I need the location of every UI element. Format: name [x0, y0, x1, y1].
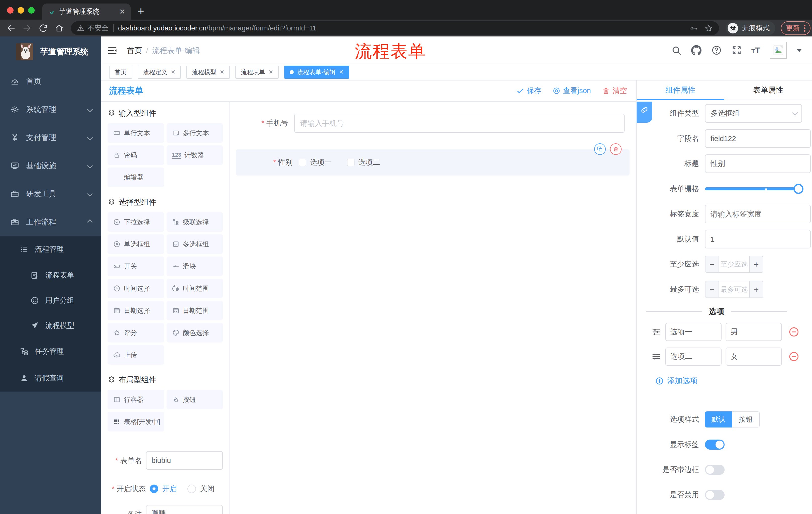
tab-component-props[interactable]: 组件属性: [637, 80, 724, 100]
font-size-icon[interactable]: TT: [751, 46, 760, 55]
form-canvas[interactable]: 手机号 性别 选项一 选项二: [230, 102, 636, 514]
forward-icon[interactable]: [22, 23, 32, 33]
phone-input[interactable]: [294, 114, 625, 133]
border-toggle[interactable]: [705, 465, 725, 475]
tab-close-icon[interactable]: ✕: [171, 69, 175, 76]
browser-menu-icon[interactable]: [804, 25, 806, 32]
palette-item-date-range[interactable]: 日期范围: [167, 301, 223, 320]
clear-button[interactable]: 清空: [602, 86, 627, 96]
checkbox[interactable]: [299, 159, 306, 166]
canvas-field-phone[interactable]: 手机号: [230, 114, 636, 133]
password-key-icon[interactable]: [689, 24, 698, 32]
status-off-radio[interactable]: [187, 485, 196, 493]
drag-handle-icon[interactable]: [651, 352, 661, 361]
status-on-label[interactable]: 开启: [162, 484, 177, 494]
tab-close-icon[interactable]: ✕: [119, 7, 125, 16]
github-icon[interactable]: [691, 45, 702, 56]
palette-item-table[interactable]: 表格[开发中]: [108, 412, 164, 432]
stepper-increase-button[interactable]: +: [749, 281, 763, 297]
breadcrumb-home[interactable]: 首页: [127, 46, 142, 56]
reload-icon[interactable]: [38, 23, 48, 33]
form-grid-slider[interactable]: [705, 180, 802, 198]
title-input[interactable]: [705, 154, 811, 173]
route-tab-process-model[interactable]: 流程模型✕: [186, 65, 230, 79]
slider-track[interactable]: [705, 187, 802, 190]
tab-form-props[interactable]: 表单属性: [724, 80, 812, 100]
min-select-stepper[interactable]: − +: [705, 256, 763, 273]
drag-handle-icon[interactable]: [651, 327, 661, 337]
palette-item-editor[interactable]: 编辑器: [108, 167, 164, 187]
new-tab-button[interactable]: +: [138, 5, 144, 17]
form-remark-textarea[interactable]: 嘿嘿: [146, 505, 223, 514]
search-icon[interactable]: [671, 45, 682, 56]
style-default-button[interactable]: 默认: [705, 411, 732, 428]
duplicate-component-button[interactable]: [594, 143, 606, 155]
stepper-decrease-button[interactable]: −: [705, 256, 719, 272]
sidebar-logo[interactable]: 芋道管理系统: [0, 36, 101, 67]
disabled-toggle[interactable]: [705, 490, 725, 500]
max-select-input[interactable]: [719, 281, 749, 297]
avatar-dropdown-icon[interactable]: [796, 49, 802, 52]
sidebar-item-process-management[interactable]: 流程管理: [0, 236, 101, 263]
route-tab-process-form-edit[interactable]: 流程表单-编辑✕: [284, 65, 349, 79]
option-label-input[interactable]: [665, 348, 722, 366]
palette-item-select[interactable]: 下拉选择: [108, 212, 164, 232]
address-bar[interactable]: 不安全 dashboard.yudao.iocoder.cn/bpm/manag…: [71, 21, 719, 35]
palette-item-date-picker[interactable]: 日期选择: [108, 301, 164, 320]
tab-close-icon[interactable]: ✕: [268, 69, 273, 76]
palette-item-counter[interactable]: 123 计数器: [167, 145, 223, 165]
sidebar-collapse-icon[interactable]: [107, 45, 118, 56]
traffic-lights[interactable]: [7, 7, 35, 13]
sidebar-item-leave-query[interactable]: 请假查询: [0, 365, 101, 391]
tab-close-icon[interactable]: ✕: [339, 69, 343, 76]
route-tab-process-form[interactable]: 流程表单✕: [235, 65, 279, 79]
view-json-button[interactable]: 查看json: [552, 86, 591, 96]
palette-item-password[interactable]: 密码: [108, 145, 164, 165]
option-value-input[interactable]: [726, 348, 782, 366]
remove-option-icon[interactable]: [788, 351, 800, 362]
add-option-button[interactable]: 添加选项: [655, 376, 802, 386]
route-tab-process-definition[interactable]: 流程定义✕: [138, 65, 181, 79]
palette-item-slider[interactable]: 滑块: [167, 256, 223, 276]
palette-item-single-line-text[interactable]: 单行文本: [108, 123, 164, 143]
stepper-decrease-button[interactable]: −: [705, 281, 719, 297]
status-off-label[interactable]: 关闭: [200, 484, 214, 494]
route-tab-home[interactable]: 首页: [109, 65, 132, 79]
palette-item-radio-group[interactable]: 单选框组: [108, 234, 164, 254]
palette-item-color-picker[interactable]: 颜色选择: [167, 323, 223, 343]
label-width-input[interactable]: [705, 205, 811, 223]
status-on-radio[interactable]: [150, 485, 158, 493]
form-name-input[interactable]: [146, 451, 223, 470]
remove-option-icon[interactable]: [788, 326, 800, 337]
default-value-input[interactable]: [705, 230, 811, 248]
checkbox[interactable]: [347, 159, 354, 166]
palette-item-rate[interactable]: 评分: [108, 323, 164, 343]
palette-item-switch[interactable]: 开关: [108, 256, 164, 276]
palette-item-checkbox-group[interactable]: 多选框组: [167, 234, 223, 254]
sidebar-item-workflow[interactable]: 工作流程: [0, 208, 101, 236]
sidebar-item-home[interactable]: 首页: [0, 67, 101, 95]
field-name-input[interactable]: [705, 129, 811, 148]
minimize-window-button[interactable]: [18, 7, 24, 13]
min-select-input[interactable]: [719, 256, 749, 272]
delete-component-button[interactable]: [610, 143, 621, 155]
canvas-field-gender-selected[interactable]: 性别 选项一 选项二: [236, 150, 630, 175]
close-window-button[interactable]: [7, 7, 13, 13]
back-icon[interactable]: [6, 23, 16, 33]
component-type-select[interactable]: 多选框组: [705, 104, 802, 123]
help-icon[interactable]: [711, 45, 722, 56]
option-value-input[interactable]: [726, 323, 782, 341]
browser-tab[interactable]: 芋道管理系统 ✕: [42, 3, 130, 20]
gender-option-1[interactable]: 选项一: [299, 157, 332, 167]
sidebar-item-system[interactable]: 系统管理: [0, 95, 101, 124]
tab-close-icon[interactable]: ✕: [220, 69, 224, 76]
palette-item-multi-line-text[interactable]: 多行文本: [167, 123, 223, 143]
palette-item-row-container[interactable]: 行容器: [108, 390, 164, 409]
sidebar-item-task-management[interactable]: 任务管理: [0, 338, 101, 365]
fullscreen-icon[interactable]: [731, 45, 742, 56]
sidebar-item-process-form[interactable]: 流程表单: [0, 263, 101, 288]
sidebar-item-process-model[interactable]: 流程模型: [0, 313, 101, 338]
sidebar-item-user-group[interactable]: 用户分组: [0, 288, 101, 313]
sidebar-item-infrastructure[interactable]: 基础设施: [0, 152, 101, 180]
palette-item-button[interactable]: 按钮: [167, 390, 223, 409]
